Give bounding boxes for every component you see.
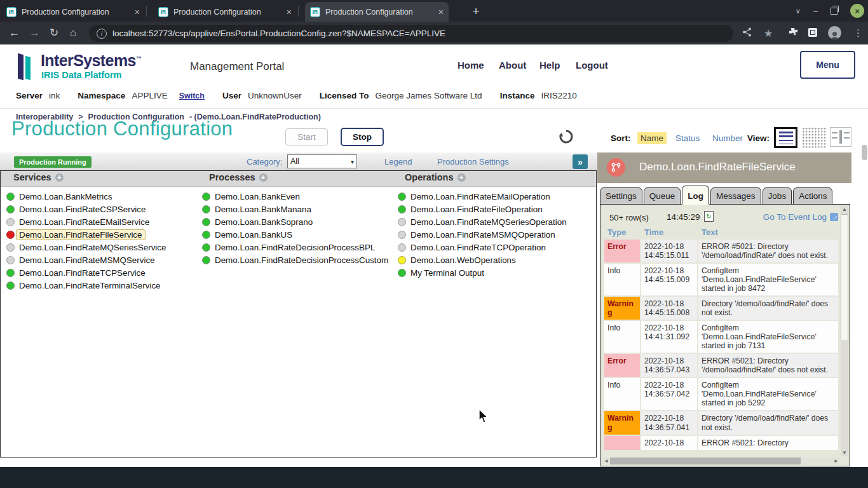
licensed-to-value: George James Software Ltd [376,91,482,100]
sort-number-option[interactable]: Number [709,132,746,144]
service-item[interactable]: Demo.Loan.BankMetrics [6,190,166,203]
view-list-button[interactable] [774,127,797,148]
sort-name-option[interactable]: Name [637,132,667,144]
service-item[interactable]: Demo.Loan.FindRateCSPService [6,203,166,215]
window-minimize-button[interactable]: – [813,6,818,16]
reload-icon[interactable]: ↻ [50,27,58,39]
forward-icon[interactable]: → [29,27,40,39]
tab-close-icon[interactable]: × [135,8,140,17]
operation-item[interactable]: Demo.Loan.FindRateFileOperation [398,203,567,215]
add-process-icon[interactable]: + [259,173,268,182]
switch-link[interactable]: Switch [179,92,205,100]
legend-link[interactable]: Legend [384,157,412,166]
nav-home[interactable]: Home [458,60,484,71]
instance-value: IRIS2210 [541,91,576,100]
instance-label: Instance [500,91,535,100]
status-dot [398,193,406,201]
view-grid-button[interactable] [802,127,826,148]
url-field[interactable]: i localhost:52773/csp/applive/EnsPortal.… [89,25,733,42]
go-to-event-log-link[interactable]: Go To Event Log [763,212,827,222]
tab-log[interactable]: Log [682,186,709,205]
scrollbar-thumb[interactable] [841,214,848,341]
window-maximize-button[interactable] [831,8,837,15]
share-icon[interactable] [742,27,752,39]
log-refresh-icon[interactable]: ↻ [704,211,714,222]
service-item[interactable]: Demo.Loan.FindRateTerminalService [6,279,166,292]
user-label: User [222,91,241,100]
tab-close-icon[interactable]: × [287,8,292,17]
screenshot-extension-icon[interactable] [808,28,817,37]
expand-panel-button[interactable]: » [573,154,588,169]
refresh-spinner-icon[interactable] [559,129,574,147]
operation-item[interactable]: Demo.Loan.FindRateTCPOperation [398,241,567,254]
page-scrollbar-thumb[interactable] [862,145,867,160]
add-operation-icon[interactable]: + [458,173,466,182]
selected-item-title: Demo.Loan.FindRateFileService [639,161,796,173]
service-item[interactable]: Demo.Loan.FindRateMSMQService [6,254,166,266]
browser-tab-2[interactable]: IR Production Configuration × [153,2,297,22]
taskbar: lm ↺ $_ >_ ∞ ~ +−×= x Deltanji for Se...… [0,467,868,488]
bookmark-star-icon[interactable]: ★ [764,27,773,39]
status-dot [6,281,15,290]
browser-tab-1[interactable]: IR Production Configuration × [1,2,145,22]
operation-item[interactable]: Demo.Loan.FindRateEMailOperation [398,190,567,203]
new-tab-button[interactable]: + [468,4,484,19]
process-item[interactable]: Demo.Loan.FindRateDecisionProcessCustom [202,254,388,266]
status-dot [398,218,406,226]
external-link-icon[interactable]: → [830,213,838,221]
url-text: localhost:52773/csp/applive/EnsPortal.Pr… [112,29,445,38]
user-value: UnknownUser [248,91,302,100]
tab-close-icon[interactable]: × [438,8,444,17]
tab-search-chevron-icon[interactable]: ∨ [796,7,801,15]
service-item-selected[interactable]: Demo.Loan.FindRateFileService [6,228,166,241]
log-vertical-scrollbar[interactable]: ▲ ▼ [841,206,848,456]
start-button[interactable]: Start [285,128,328,146]
scroll-down-icon[interactable]: ▼ [841,450,848,456]
operation-item[interactable]: My Terminal Output [398,266,567,279]
tab-jobs[interactable]: Jobs [763,187,792,205]
tab-settings[interactable]: Settings [600,187,642,205]
operation-item[interactable]: Demo.Loan.WebOperations [398,254,567,266]
scroll-up-icon[interactable]: ▲ [841,207,848,212]
sort-status-option[interactable]: Status [672,132,703,144]
home-icon[interactable]: ⌂ [70,27,76,39]
profile-avatar[interactable] [828,26,841,39]
service-item[interactable]: Demo.Loan.FindRateEMailService [6,215,166,228]
back-icon[interactable]: ← [9,27,20,39]
process-item[interactable]: Demo.Loan.BankEven [202,190,388,203]
operation-item[interactable]: Demo.Loan.FindRateMQSeriesOperation [398,215,567,228]
site-info-icon[interactable]: i [97,29,107,39]
nav-about[interactable]: About [499,60,526,71]
process-item[interactable]: Demo.Loan.FindRateDecisionProcessBPL [202,241,388,254]
nav-help[interactable]: Help [539,60,560,71]
menu-button[interactable]: Menu [800,51,855,79]
operation-item[interactable]: Demo.Loan.FindRateMSMQOperation [398,228,567,241]
view-split-button[interactable] [830,127,851,147]
add-service-icon[interactable]: + [55,173,64,182]
log-type-cell [604,436,640,450]
portal-title: Management Portal [190,60,284,73]
browser-tab-3[interactable]: IR Production Configuration × [305,2,449,22]
tab-actions[interactable]: Actions [793,187,832,205]
scrollbar-thumb[interactable] [610,458,801,464]
production-settings-link[interactable]: Production Settings [437,157,509,166]
scroll-right-icon[interactable]: ► [833,458,839,464]
process-item[interactable]: Demo.Loan.BankSoprano [202,215,388,228]
category-select[interactable]: All ▾ [287,154,357,168]
extensions-puzzle-icon[interactable] [789,27,798,39]
service-item[interactable]: Demo.Loan.FindRateTCPService [6,266,166,279]
window-close-button[interactable]: × [850,4,864,18]
process-item[interactable]: Demo.Loan.BankUS [202,228,388,241]
log-horizontal-scrollbar[interactable]: ◄ ► [602,458,840,464]
scroll-left-icon[interactable]: ◄ [602,458,610,464]
process-item[interactable]: Demo.Loan.BankManana [202,203,388,215]
tab-queue[interactable]: Queue [644,187,681,205]
nav-logout[interactable]: Logout [576,60,608,71]
tab-title: Production Configuration [173,8,261,17]
service-item[interactable]: Demo.Loan.FindRateMQSeriesService [6,241,166,254]
kebab-menu-icon[interactable]: ⋮ [853,27,863,39]
tab-messages[interactable]: Messages [710,187,761,205]
log-time-cell: 2022-10-18 14:45:15.009 [641,264,697,295]
status-dot [202,205,210,214]
stop-button[interactable]: Stop [341,128,384,146]
